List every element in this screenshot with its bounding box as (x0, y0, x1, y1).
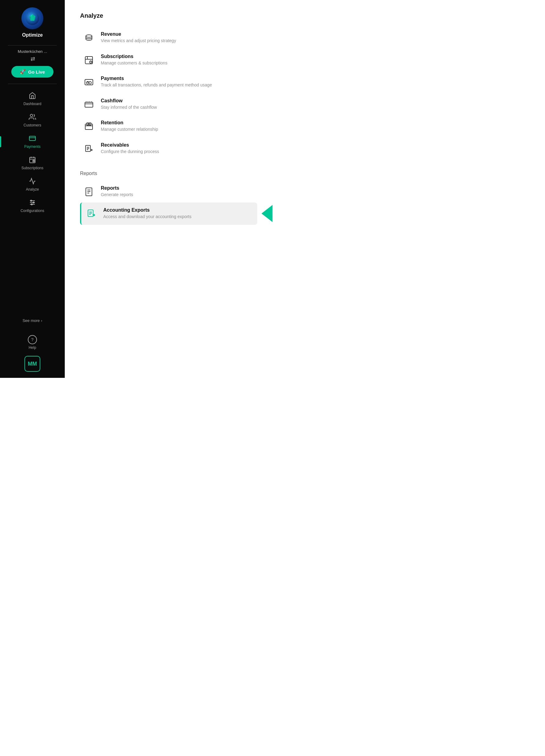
cashflow-text: Cashflow Stay informed of the cashflow (101, 98, 157, 111)
menu-item-receivables[interactable]: Receivables Configure the dunning proces… (80, 137, 257, 160)
reports-title: Reports (101, 185, 133, 191)
menu-item-reports[interactable]: Reports Generate reports (80, 181, 257, 203)
reports-section-title: Reports (80, 171, 257, 176)
svg-point-18 (33, 202, 34, 203)
avatar-initials: MM (28, 361, 37, 367)
accounting-exports-title: Accounting Exports (103, 207, 192, 213)
subscriptions-label: Subscriptions (21, 166, 43, 170)
payments-icon (29, 135, 36, 143)
see-more-label: See more (23, 318, 40, 323)
svg-point-19 (31, 204, 32, 205)
divider-2 (8, 84, 57, 84)
accounting-exports-icon (86, 208, 97, 220)
app-logo (21, 7, 43, 29)
help-label: Help (29, 345, 36, 350)
revenue-icon (83, 32, 95, 44)
payments-menu-icon (83, 76, 95, 88)
reports-section: Reports Reports Generate reports (80, 171, 257, 225)
retention-title: Retention (101, 120, 158, 126)
payments-menu-title: Payments (101, 76, 212, 81)
app-name: Optimize (22, 32, 43, 38)
subscriptions-text: Subscriptions Manage customers & subscri… (101, 54, 167, 66)
sidebar-item-payments[interactable]: Payments (0, 132, 65, 152)
customers-icon (29, 113, 36, 122)
menu-item-accounting-exports[interactable]: Accounting Exports Access and download y… (80, 203, 257, 225)
go-live-button[interactable]: 🚀 Go Live (11, 66, 53, 78)
sidebar-item-dashboard[interactable]: Dashboard (0, 89, 65, 109)
svg-point-17 (31, 200, 32, 201)
workspace-name: Musterküchen ... (18, 49, 47, 54)
accounting-row-wrapper: Accounting Exports Access and download y… (80, 203, 257, 225)
svg-point-20 (86, 35, 92, 37)
analyze-menu: Revenue View metrics and adjust pricing … (80, 27, 257, 160)
menu-item-cashflow[interactable]: Cashflow Stay informed of the cashflow (80, 93, 257, 115)
user-avatar[interactable]: MM (24, 356, 40, 372)
menu-item-retention[interactable]: Retention Manage customer relationship (80, 115, 257, 137)
sidebar-item-configurations[interactable]: Configurations (0, 196, 65, 216)
retention-text: Retention Manage customer relationship (101, 120, 158, 133)
receivables-text: Receivables Configure the dunning proces… (101, 142, 159, 155)
sidebar: Optimize Musterküchen ... ⇄ 🚀 Go Live Da… (0, 0, 65, 378)
retention-desc: Manage customer relationship (101, 126, 158, 133)
reports-desc: Generate reports (101, 192, 133, 198)
sidebar-item-help[interactable]: ? Help (28, 335, 37, 350)
dashboard-label: Dashboard (24, 102, 42, 106)
configurations-icon (29, 199, 36, 207)
switch-icon[interactable]: ⇄ (31, 56, 35, 62)
subscriptions-menu-icon (83, 54, 95, 66)
receivables-desc: Configure the dunning process (101, 149, 159, 155)
help-icon: ? (28, 335, 37, 344)
reports-icon (83, 186, 95, 198)
revenue-text: Revenue View metrics and adjust pricing … (101, 31, 176, 44)
sidebar-item-customers[interactable]: Customers (0, 110, 65, 130)
menu-item-subscriptions[interactable]: Subscriptions Manage customers & subscri… (80, 49, 257, 71)
reports-text: Reports Generate reports (101, 185, 133, 198)
sidebar-item-subscriptions[interactable]: Subscriptions (0, 153, 65, 173)
arrow-indicator (262, 205, 273, 222)
go-live-label: Go Live (28, 69, 45, 75)
home-icon (29, 92, 36, 100)
subscriptions-menu-desc: Manage customers & subscriptions (101, 60, 167, 66)
cashflow-title: Cashflow (101, 98, 157, 104)
payments-text: Payments Track all transactions, refunds… (101, 76, 212, 88)
accounting-exports-text: Accounting Exports Access and download y… (103, 207, 192, 220)
nav-menu: Dashboard Customers Paymen (0, 89, 65, 315)
receivables-title: Receivables (101, 142, 159, 148)
reports-menu: Reports Generate reports (80, 181, 257, 225)
revenue-desc: View metrics and adjust pricing strategy (101, 38, 176, 44)
analyze-label: Analyze (26, 187, 39, 192)
retention-icon (83, 121, 95, 132)
customers-label: Customers (24, 123, 41, 127)
analyze-icon (29, 177, 36, 186)
svg-rect-7 (29, 136, 35, 141)
sidebar-item-analyze[interactable]: Analyze (0, 174, 65, 195)
divider-1 (8, 45, 57, 46)
analyze-section-title: Analyze (80, 12, 257, 19)
cashflow-icon (83, 99, 95, 110)
see-more-link[interactable]: See more › (23, 318, 42, 323)
payments-menu-desc: Track all transactions, refunds and paym… (101, 82, 212, 88)
chevron-right-icon: › (41, 318, 42, 323)
sidebar-bottom: ? Help MM (24, 329, 40, 372)
subscriptions-menu-title: Subscriptions (101, 54, 167, 59)
main-content: Analyze Revenue View metrics and adjust … (65, 0, 273, 378)
configurations-label: Configurations (20, 209, 44, 213)
revenue-title: Revenue (101, 31, 176, 37)
rocket-icon: 🚀 (20, 69, 26, 75)
svg-point-30 (89, 82, 91, 84)
svg-rect-31 (85, 102, 93, 107)
accounting-exports-desc: Access and download your accounting expo… (103, 214, 192, 220)
logo-container: Optimize (21, 7, 43, 38)
receivables-icon (83, 143, 95, 155)
svg-point-6 (30, 114, 33, 117)
payments-label: Payments (24, 144, 40, 149)
menu-item-payments[interactable]: Payments Track all transactions, refunds… (80, 71, 257, 93)
subscriptions-icon (29, 156, 36, 165)
cashflow-desc: Stay informed of the cashflow (101, 104, 157, 111)
menu-item-revenue[interactable]: Revenue View metrics and adjust pricing … (80, 27, 257, 49)
